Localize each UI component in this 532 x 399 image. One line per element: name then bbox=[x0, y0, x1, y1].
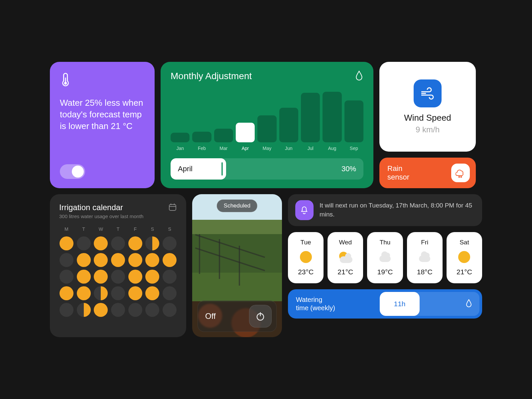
calendar-day[interactable] bbox=[128, 253, 142, 267]
calendar-title: Irrigation calendar bbox=[59, 203, 143, 212]
garden-camera-card[interactable]: Scheduled Off bbox=[192, 194, 282, 337]
wind-title: Wind Speed bbox=[404, 113, 451, 123]
garden-status-tag: Scheduled bbox=[217, 200, 257, 212]
calendar-day[interactable] bbox=[163, 253, 177, 267]
chart-bar[interactable]: Feb bbox=[192, 132, 211, 151]
forecast-dow: Fri bbox=[421, 239, 428, 246]
calendar-day[interactable] bbox=[111, 286, 125, 300]
sun-icon bbox=[457, 250, 471, 264]
calendar-day[interactable] bbox=[145, 286, 159, 300]
chart-bar-label: Mar bbox=[219, 146, 227, 151]
calendar-day[interactable] bbox=[111, 303, 125, 317]
calendar-day[interactable] bbox=[94, 286, 108, 300]
chart-bar[interactable]: Jul bbox=[301, 93, 320, 151]
calendar-day[interactable] bbox=[111, 270, 125, 284]
chart-bar-fill bbox=[279, 108, 298, 142]
calendar-day[interactable] bbox=[60, 270, 73, 284]
monthly-title: Monthly Adjustment bbox=[171, 71, 252, 81]
calendar-icon[interactable] bbox=[168, 203, 177, 213]
monthly-slider[interactable]: April 30% bbox=[171, 158, 363, 180]
calendar-day[interactable] bbox=[145, 253, 159, 267]
garden-controls: Off bbox=[198, 301, 277, 332]
rain-sensor-card[interactable]: Rainsensor bbox=[379, 158, 476, 188]
calendar-day[interactable] bbox=[145, 303, 159, 317]
forecast-temp: 21°C bbox=[457, 268, 472, 276]
water-drop-icon bbox=[355, 70, 363, 82]
forecast-card[interactable]: Sat21°C bbox=[447, 232, 482, 283]
cloud-icon bbox=[418, 250, 432, 264]
monthly-chart[interactable]: JanFebMarAprMayJunJulAugSep bbox=[171, 90, 363, 151]
next-run-text: It will next run on Tuesday, 17th March,… bbox=[320, 201, 475, 219]
forecast-dow: Wed bbox=[339, 239, 352, 246]
calendar-day[interactable] bbox=[60, 303, 73, 317]
calendar-day[interactable] bbox=[77, 253, 91, 267]
chart-bar[interactable]: Jan bbox=[171, 133, 190, 151]
cloud-icon bbox=[378, 250, 392, 264]
calendar-grid[interactable]: MTWTFSS bbox=[59, 226, 177, 317]
svg-point-2 bbox=[459, 177, 460, 178]
monthly-adjustment-card: Monthly Adjustment JanFebMarAprMayJunJul… bbox=[161, 62, 373, 188]
chart-bar-fill bbox=[257, 115, 276, 143]
watering-slider[interactable]: 11h bbox=[380, 292, 479, 316]
toggle-knob bbox=[72, 166, 84, 178]
water-drop-icon bbox=[466, 299, 472, 309]
calendar-day[interactable] bbox=[128, 236, 142, 250]
forecast-card[interactable]: Fri18°C bbox=[407, 232, 443, 283]
wind-speed-card[interactable]: Wind Speed 9 km/h bbox=[379, 62, 476, 152]
calendar-day[interactable] bbox=[163, 236, 177, 250]
calendar-day[interactable] bbox=[94, 236, 108, 250]
forecast-temp: 18°C bbox=[417, 268, 433, 276]
calendar-day[interactable] bbox=[145, 236, 159, 250]
calendar-day[interactable] bbox=[163, 286, 177, 300]
forecast-card[interactable]: Thu19°C bbox=[367, 232, 403, 283]
calendar-day[interactable] bbox=[94, 253, 108, 267]
next-run-card: It will next run on Tuesday, 17th March,… bbox=[288, 194, 482, 226]
watering-value: 11h bbox=[394, 300, 405, 308]
calendar-day[interactable] bbox=[60, 286, 73, 300]
rule-card: Water 25% less when today's forecast tem… bbox=[50, 62, 155, 188]
monthly-selected-month: April bbox=[178, 165, 193, 173]
chart-bar[interactable]: Apr bbox=[236, 123, 255, 151]
svg-point-3 bbox=[461, 177, 462, 178]
forecast-card[interactable]: Tue23°C bbox=[288, 232, 324, 283]
calendar-day[interactable] bbox=[94, 270, 108, 284]
calendar-day[interactable] bbox=[163, 303, 177, 317]
forecast-temp: 19°C bbox=[377, 268, 393, 276]
garden-power-label: Off bbox=[205, 312, 216, 321]
chart-bar[interactable]: Sep bbox=[344, 100, 363, 151]
irrigation-calendar-card: Irrigation calendar 300 litres water usa… bbox=[50, 194, 186, 337]
calendar-day[interactable] bbox=[94, 303, 108, 317]
chart-bar[interactable]: Aug bbox=[323, 92, 341, 151]
calendar-day[interactable] bbox=[77, 303, 91, 317]
calendar-dow: T bbox=[111, 226, 125, 232]
calendar-day[interactable] bbox=[77, 270, 91, 284]
calendar-day[interactable] bbox=[111, 253, 125, 267]
forecast-card[interactable]: Wed21°C bbox=[328, 232, 363, 283]
chart-bar-label: May bbox=[263, 146, 271, 151]
calendar-day[interactable] bbox=[128, 286, 142, 300]
calendar-day[interactable] bbox=[77, 286, 91, 300]
bell-icon bbox=[295, 200, 314, 220]
calendar-day[interactable] bbox=[60, 253, 73, 267]
rule-toggle[interactable] bbox=[60, 164, 85, 179]
power-button[interactable] bbox=[249, 305, 272, 328]
sun-icon bbox=[299, 250, 313, 264]
chart-bar[interactable]: May bbox=[257, 115, 276, 151]
watering-slider-fill: 11h bbox=[380, 292, 420, 316]
rain-cloud-icon bbox=[451, 164, 470, 182]
calendar-day[interactable] bbox=[60, 236, 73, 250]
calendar-dow: W bbox=[93, 226, 108, 232]
slider-handle-icon[interactable] bbox=[221, 162, 223, 176]
calendar-day[interactable] bbox=[128, 270, 142, 284]
rain-sensor-label: Rainsensor bbox=[387, 164, 409, 182]
chart-bar[interactable]: Mar bbox=[214, 129, 233, 151]
chart-bar[interactable]: Jun bbox=[279, 108, 298, 151]
calendar-day[interactable] bbox=[111, 236, 125, 250]
calendar-day[interactable] bbox=[145, 270, 159, 284]
chart-bar-fill bbox=[192, 132, 211, 142]
calendar-day[interactable] bbox=[128, 303, 142, 317]
calendar-dow: S bbox=[162, 226, 177, 232]
calendar-day[interactable] bbox=[163, 270, 177, 284]
wind-value: 9 km/h bbox=[416, 125, 440, 134]
calendar-day[interactable] bbox=[77, 236, 91, 250]
